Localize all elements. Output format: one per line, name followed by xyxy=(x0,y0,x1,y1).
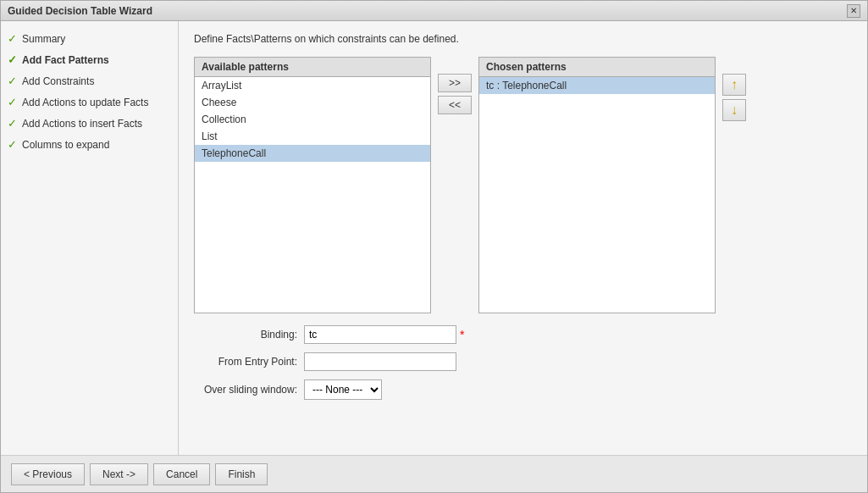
sliding-window-label: Over sliding window: xyxy=(194,384,304,396)
sidebar-item-add-fact-patterns[interactable]: ✓Add Fact Patterns xyxy=(1,49,178,70)
move-left-button[interactable]: << xyxy=(438,96,472,114)
move-right-button[interactable]: >> xyxy=(438,74,472,92)
entry-point-row: From Entry Point: xyxy=(194,352,852,371)
sidebar-label-columns-expand: Columns to expand xyxy=(22,139,109,151)
chosen-patterns-list: tc : TelephoneCall xyxy=(478,76,716,313)
chosen-patterns-box: Chosen patterns tc : TelephoneCall xyxy=(478,57,716,313)
chosen-patterns-label: Chosen patterns xyxy=(478,57,716,76)
sidebar-item-add-constraints[interactable]: ✓Add Constraints xyxy=(1,70,178,91)
sidebar-item-add-actions-insert[interactable]: ✓Add Actions to insert Facts xyxy=(1,113,178,134)
checkmark-icon-add-actions-insert: ✓ xyxy=(8,117,17,130)
available-pattern-item[interactable]: TelephoneCall xyxy=(195,145,430,162)
sidebar-label-add-fact-patterns: Add Fact Patterns xyxy=(22,54,109,66)
dialog-window: Guided Decision Table Wizard ✕ ✓Summary✓… xyxy=(0,0,868,493)
checkmark-icon-columns-expand: ✓ xyxy=(8,138,17,151)
sidebar-label-add-actions-update: Add Actions to update Facts xyxy=(22,97,148,108)
available-patterns-label: Available patterns xyxy=(194,57,431,76)
chosen-pattern-item[interactable]: tc : TelephoneCall xyxy=(479,77,715,94)
patterns-container: Available patterns ArrayListCheeseCollec… xyxy=(194,57,852,313)
available-pattern-item[interactable]: Cheese xyxy=(195,94,430,111)
transfer-buttons: >> << xyxy=(438,57,472,114)
close-button[interactable]: ✕ xyxy=(847,4,860,18)
footer: < Previous Next -> Cancel Finish xyxy=(1,455,867,492)
entry-point-label: From Entry Point: xyxy=(194,356,304,368)
binding-input[interactable] xyxy=(304,325,456,344)
move-up-button[interactable] xyxy=(722,74,746,96)
required-star: * xyxy=(460,328,464,341)
title-bar: Guided Decision Table Wizard ✕ xyxy=(1,1,867,21)
sliding-window-row: Over sliding window: --- None --- xyxy=(194,379,852,400)
reorder-buttons xyxy=(722,57,746,121)
main-content: ✓Summary✓Add Fact Patterns✓Add Constrain… xyxy=(1,21,867,455)
sidebar: ✓Summary✓Add Fact Patterns✓Add Constrain… xyxy=(1,21,179,455)
up-arrow-icon xyxy=(731,77,738,92)
previous-button[interactable]: < Previous xyxy=(11,463,85,485)
available-pattern-item[interactable]: Collection xyxy=(195,111,430,128)
sidebar-item-columns-expand[interactable]: ✓Columns to expand xyxy=(1,134,178,155)
available-pattern-item[interactable]: ArrayList xyxy=(195,77,430,94)
sidebar-item-add-actions-update[interactable]: ✓Add Actions to update Facts xyxy=(1,91,178,113)
dialog-title: Guided Decision Table Wizard xyxy=(8,5,152,17)
sidebar-item-summary[interactable]: ✓Summary xyxy=(1,28,178,49)
form-section: Binding: * From Entry Point: Over slidin… xyxy=(194,325,852,400)
next-button[interactable]: Next -> xyxy=(90,463,148,485)
move-down-button[interactable] xyxy=(722,99,746,121)
page-description: Define Facts\Patterns on which constrain… xyxy=(194,33,852,45)
sidebar-label-add-actions-insert: Add Actions to insert Facts xyxy=(22,118,142,130)
checkmark-icon-add-fact-patterns: ✓ xyxy=(8,53,17,66)
available-patterns-list: ArrayListCheeseCollectionListTelephoneCa… xyxy=(194,76,431,313)
binding-label: Binding: xyxy=(194,329,304,341)
checkmark-icon-summary: ✓ xyxy=(8,32,17,45)
available-patterns-box: Available patterns ArrayListCheeseCollec… xyxy=(194,57,431,313)
available-pattern-item[interactable]: List xyxy=(195,128,430,145)
entry-point-input[interactable] xyxy=(304,352,456,371)
binding-row: Binding: * xyxy=(194,325,852,344)
down-arrow-icon xyxy=(731,102,738,118)
checkmark-icon-add-constraints: ✓ xyxy=(8,75,17,87)
content-area: Define Facts\Patterns on which constrain… xyxy=(179,21,867,455)
sidebar-label-summary: Summary xyxy=(22,33,65,45)
cancel-button[interactable]: Cancel xyxy=(153,463,210,485)
sidebar-label-add-constraints: Add Constraints xyxy=(22,75,94,87)
sliding-window-select[interactable]: --- None --- xyxy=(304,379,382,400)
checkmark-icon-add-actions-update: ✓ xyxy=(8,96,17,108)
finish-button[interactable]: Finish xyxy=(215,463,268,485)
